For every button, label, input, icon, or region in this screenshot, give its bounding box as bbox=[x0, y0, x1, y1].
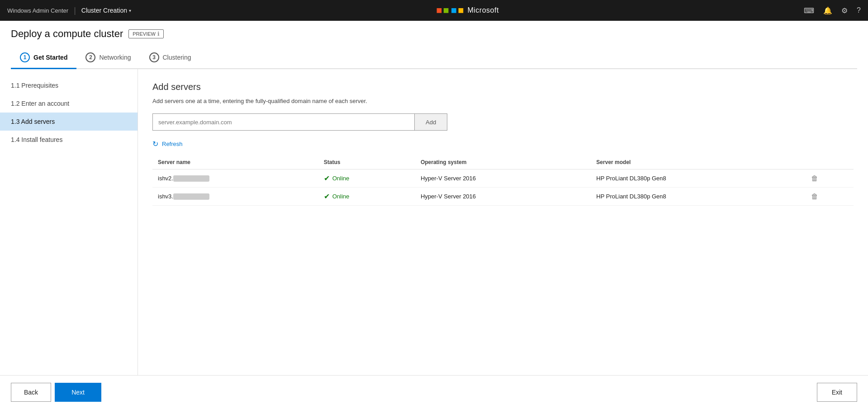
topbar-left: Windows Admin Center | Cluster Creation … bbox=[7, 6, 131, 15]
app-name: Windows Admin Center bbox=[7, 7, 68, 14]
server-name-1: ishv2. bbox=[152, 169, 318, 188]
refresh-label: Refresh bbox=[162, 141, 183, 147]
server-table: Server name Status Operating system Serv… bbox=[152, 155, 854, 206]
server-name-2: ishv3. bbox=[152, 188, 318, 206]
content-area: Add servers Add servers one at a time, e… bbox=[138, 69, 868, 375]
sidebar-item-label-install-features: 1.4 Install features bbox=[11, 136, 62, 143]
tab-clustering[interactable]: 3 Clustering bbox=[140, 47, 200, 69]
sidebar-item-label-prerequisites: 1.1 Prerequisites bbox=[11, 82, 58, 89]
page-title: Deploy a compute cluster bbox=[11, 28, 123, 40]
ms-logo-blue: ■ bbox=[451, 5, 457, 16]
cluster-creation-menu[interactable]: Cluster Creation ▾ bbox=[81, 7, 131, 14]
server-input-row: Add bbox=[152, 113, 854, 131]
page-header: Deploy a compute cluster PREVIEW ℹ 1 Get… bbox=[0, 21, 868, 69]
server-name-blur-1 bbox=[173, 175, 209, 182]
topbar-separator: | bbox=[74, 6, 76, 15]
cluster-creation-label: Cluster Creation bbox=[81, 7, 127, 14]
gear-icon[interactable]: ⚙ bbox=[841, 6, 848, 15]
footer-left: Back Next bbox=[11, 383, 101, 402]
exit-button[interactable]: Exit bbox=[817, 383, 857, 402]
content-description: Add servers one at a time, entering the … bbox=[152, 98, 854, 104]
sidebar-item-enter-account[interactable]: 1.2 Enter an account bbox=[0, 94, 138, 113]
server-model-1: HP ProLiant DL380p Gen8 bbox=[591, 169, 805, 188]
tabs: 1 Get Started 2 Networking 3 Clustering bbox=[11, 47, 857, 69]
sidebar-item-add-servers[interactable]: 1.3 Add servers bbox=[0, 113, 138, 131]
server-model-2: HP ProLiant DL380p Gen8 bbox=[591, 188, 805, 206]
status-dot-2: ✔ bbox=[324, 192, 330, 201]
refresh-row[interactable]: ↻ Refresh bbox=[152, 140, 854, 148]
footer: Back Next Exit bbox=[0, 375, 868, 409]
next-button[interactable]: Next bbox=[55, 383, 101, 402]
sidebar-item-label-enter-account: 1.2 Enter an account bbox=[11, 100, 69, 107]
ms-logo-green: ■ bbox=[443, 5, 449, 16]
ms-logo-red: ■ bbox=[436, 5, 442, 16]
ms-logo-yellow: ■ bbox=[458, 5, 464, 16]
add-button[interactable]: Add bbox=[415, 113, 447, 131]
table-row: ishv2. ✔ Online Hyper-V Server 2016 HP P… bbox=[152, 169, 854, 188]
ms-logo-text: Microsoft bbox=[467, 6, 498, 14]
bell-icon[interactable]: 🔔 bbox=[823, 6, 832, 15]
col-server-name: Server name bbox=[152, 155, 318, 169]
back-button[interactable]: Back bbox=[11, 383, 51, 402]
status-online-2: ✔ Online bbox=[324, 192, 410, 201]
tab-label-networking: Networking bbox=[99, 54, 131, 61]
delete-server-2-button[interactable]: 🗑 bbox=[811, 193, 818, 201]
server-status-1: ✔ Online bbox=[318, 169, 415, 188]
topbar-center: ■■ ■■ Microsoft bbox=[131, 5, 804, 16]
topbar-right: ⌨ 🔔 ⚙ ? bbox=[804, 6, 861, 15]
server-os-2: Hyper-V Server 2016 bbox=[415, 188, 591, 206]
sidebar-item-install-features[interactable]: 1.4 Install features bbox=[0, 131, 138, 149]
sidebar: 1.1 Prerequisites 1.2 Enter an account 1… bbox=[0, 69, 138, 375]
table-row: ishv3. ✔ Online Hyper-V Server 2016 HP P… bbox=[152, 188, 854, 206]
tab-label-get-started: Get Started bbox=[33, 54, 67, 61]
sidebar-item-prerequisites[interactable]: 1.1 Prerequisites bbox=[0, 76, 138, 94]
server-status-2: ✔ Online bbox=[318, 188, 415, 206]
tab-label-clustering: Clustering bbox=[163, 54, 191, 61]
server-input[interactable] bbox=[152, 113, 415, 131]
col-model: Server model bbox=[591, 155, 805, 169]
col-os: Operating system bbox=[415, 155, 591, 169]
topbar: Windows Admin Center | Cluster Creation … bbox=[0, 0, 868, 21]
help-icon[interactable]: ? bbox=[857, 6, 861, 14]
tab-number-3: 3 bbox=[149, 52, 159, 62]
main-layout: 1.1 Prerequisites 1.2 Enter an account 1… bbox=[0, 69, 868, 375]
terminal-icon[interactable]: ⌨ bbox=[804, 6, 814, 15]
server-os-1: Hyper-V Server 2016 bbox=[415, 169, 591, 188]
status-dot-1: ✔ bbox=[324, 174, 330, 183]
tab-number-1: 1 bbox=[20, 52, 30, 62]
preview-badge: PREVIEW ℹ bbox=[128, 29, 164, 38]
tab-get-started[interactable]: 1 Get Started bbox=[11, 47, 76, 69]
preview-info-icon[interactable]: ℹ bbox=[157, 31, 160, 37]
page-title-row: Deploy a compute cluster PREVIEW ℹ bbox=[11, 28, 857, 40]
delete-server-1-button[interactable]: 🗑 bbox=[811, 174, 818, 183]
server-actions-1: 🗑 bbox=[806, 169, 854, 188]
status-online-1: ✔ Online bbox=[324, 174, 410, 183]
server-actions-2: 🗑 bbox=[806, 188, 854, 206]
content-title: Add servers bbox=[152, 82, 854, 92]
sidebar-item-label-add-servers: 1.3 Add servers bbox=[11, 118, 55, 125]
refresh-icon: ↻ bbox=[152, 140, 158, 148]
tab-networking[interactable]: 2 Networking bbox=[76, 47, 140, 69]
col-status: Status bbox=[318, 155, 415, 169]
ms-logo: ■■ ■■ bbox=[436, 5, 464, 16]
col-actions bbox=[806, 155, 854, 169]
preview-label: PREVIEW bbox=[133, 31, 156, 37]
server-name-blur-2 bbox=[173, 193, 209, 200]
tab-number-2: 2 bbox=[85, 52, 95, 62]
